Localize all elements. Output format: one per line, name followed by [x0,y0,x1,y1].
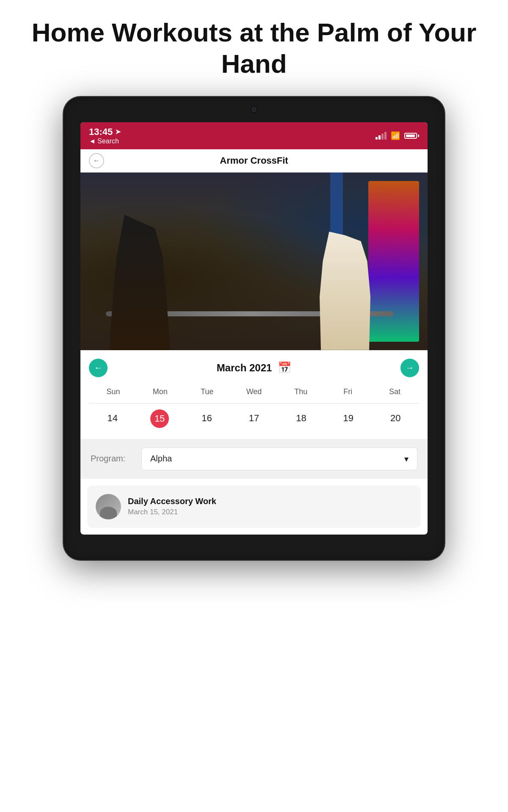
program-dropdown[interactable]: Alpha ▾ [141,447,417,470]
prev-arrow-icon: ← [94,363,102,373]
back-arrow-icon: ← [93,157,100,165]
cal-date-16[interactable]: 16 [183,407,230,431]
cal-date-18[interactable]: 18 [278,407,325,431]
calendar-nav: ← March 2021 📅 → [89,359,419,377]
workout-title: Daily Accessory Work [128,497,216,506]
page-headline: Home Workouts at the Palm of Your Hand [0,0,508,93]
next-arrow-icon: → [406,363,414,373]
workout-avatar [96,494,121,519]
day-header-mon: Mon [137,385,184,399]
wifi-icon: 📶 [391,131,400,140]
status-bar: 13:45 ➤ ◄ Search 📶 [80,122,428,149]
status-back-button[interactable]: ◄ Search [89,137,121,145]
cal-date-15-today[interactable]: 15 [150,409,169,428]
calendar-grid: Sun Mon Tue Wed Thu Fri Sat [89,384,419,403]
tablet-screen: 13:45 ➤ ◄ Search 📶 [80,122,428,535]
program-selected-value: Alpha [150,454,172,464]
calendar-icon: 📅 [278,361,291,374]
cal-date-19[interactable]: 19 [325,407,372,431]
workout-info: Daily Accessory Work March 15, 2021 [128,497,216,516]
cal-date-20[interactable]: 20 [372,407,419,431]
dropdown-arrow-icon: ▾ [404,454,409,464]
day-header-sat: Sat [371,385,418,399]
nav-bar: ← Armor CrossFit [80,149,428,173]
workout-card[interactable]: Daily Accessory Work March 15, 2021 [87,486,421,528]
calendar-next-button[interactable]: → [400,359,419,377]
status-time: 13:45 [89,126,113,137]
status-right-icons: 📶 [375,131,419,140]
workout-date: March 15, 2021 [128,508,216,516]
signal-icon [375,132,387,140]
nav-back-button[interactable]: ← [89,153,104,168]
day-header-wed: Wed [231,385,278,399]
tablet-frame: 13:45 ➤ ◄ Search 📶 [64,97,444,560]
cal-date-14[interactable]: 14 [89,407,136,431]
tablet-camera [251,106,257,113]
program-section: Program: Alpha ▾ [80,439,428,479]
program-label: Program: [91,454,133,464]
day-header-tue: Tue [184,385,231,399]
battery-icon [404,133,419,139]
calendar-section: ← March 2021 📅 → Sun Mon [80,350,428,439]
cal-date-17[interactable]: 17 [230,407,277,431]
day-header-sun: Sun [90,385,137,399]
nav-title: Armor CrossFit [220,155,288,166]
calendar-row: 14 15 16 17 18 19 20 [89,407,419,431]
day-header-fri: Fri [324,385,371,399]
location-arrow-icon: ➤ [115,128,121,136]
hero-image [80,173,428,350]
calendar-month-label: March 2021 [217,362,272,374]
day-header-thu: Thu [277,385,324,399]
calendar-prev-button[interactable]: ← [89,359,108,377]
